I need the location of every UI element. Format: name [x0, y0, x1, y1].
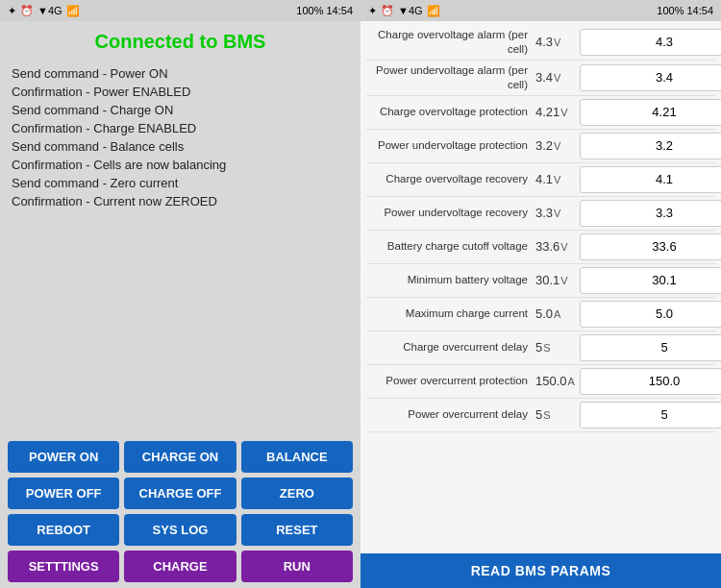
param-input-6[interactable] [580, 233, 721, 260]
param-row-3: Power undervoltage protection3.2 VSET [366, 130, 715, 163]
param-unit-1: V [554, 72, 560, 84]
bluetooth-icon: ✦ [8, 5, 16, 17]
param-row-11: Power overcurrent delay5 SSET [366, 399, 715, 432]
param-row-7: Minimum battery voltage30.1 VSET [366, 264, 715, 298]
param-row-0: Charge overvoltage alarm (per cell)4.3 V… [366, 25, 715, 61]
param-value-unit-4: 4.1 V [535, 172, 576, 186]
param-value-unit-1: 3.4 V [535, 70, 576, 85]
battery-percent2: 100% [657, 5, 684, 16]
bluetooth-icon2: ✦ [368, 5, 377, 17]
param-value-unit-2: 4.21 V [535, 105, 576, 119]
param-value-unit-6: 33.6 V [535, 239, 576, 254]
right-status-icons: 100% 14:54 [296, 5, 353, 16]
log-item: Send command - Charge ON [12, 101, 349, 119]
param-unit-7: V [560, 275, 567, 286]
param-value-unit-10: 150.0 A [535, 374, 576, 388]
param-input-11[interactable] [580, 402, 721, 429]
log-area: Send command - Power ONConfirmation - Po… [0, 61, 360, 435]
param-row-10: Power overcurrent protection150.0 ASET [366, 365, 715, 399]
param-input-1[interactable] [580, 64, 721, 91]
wifi-icon: 📶 [66, 5, 80, 17]
params-list: Charge overvoltage alarm (per cell)4.3 V… [360, 21, 721, 553]
param-label-5: Power undervoltage recovery [368, 206, 532, 220]
param-current-8: 5.0 [535, 306, 553, 321]
param-value-unit-7: 30.1 V [535, 273, 576, 287]
log-item: Send command - Zero current [12, 174, 349, 192]
param-current-6: 33.6 [535, 239, 559, 254]
param-value-unit-8: 5.0 A [535, 306, 576, 321]
alarm-icon: ⏰ [20, 5, 34, 17]
battery-percent: 100% [296, 5, 323, 16]
param-unit-3: V [554, 140, 560, 152]
param-row-2: Charge overvoltage protection4.21 VSET [366, 96, 715, 130]
left-status-icons: ✦ ⏰ ▼4G 📶 [8, 5, 80, 17]
button-sys-log[interactable]: SYS LOG [124, 514, 236, 546]
param-label-7: Minimum battery voltage [368, 273, 532, 287]
wifi-icon2: 📶 [427, 5, 440, 17]
param-unit-8: A [554, 308, 560, 320]
button-charge-on[interactable]: CHARGE ON [124, 441, 236, 473]
param-value-unit-9: 5 S [535, 340, 576, 355]
param-label-4: Charge overvoltage recovery [368, 172, 532, 186]
param-label-10: Power overcurrent protection [368, 374, 532, 388]
signal-icon: ▼4G [37, 5, 62, 16]
right-panel: Charge overvoltage alarm (per cell)4.3 V… [360, 0, 721, 588]
param-current-5: 3.3 [535, 206, 553, 220]
param-unit-11: S [543, 409, 550, 421]
param-unit-9: S [543, 342, 550, 354]
param-row-6: Battery charge cutoff voltage33.6 VSET [366, 231, 715, 264]
button-reset[interactable]: RESET [241, 514, 353, 546]
alarm-icon2: ⏰ [381, 5, 394, 17]
button-reboot[interactable]: REBOOT [8, 514, 119, 546]
param-input-2[interactable] [580, 99, 721, 126]
right-status-right: 100% 14:54 [657, 5, 713, 16]
param-unit-4: V [554, 174, 560, 185]
param-current-2: 4.21 [535, 105, 559, 119]
param-input-9[interactable] [580, 334, 721, 361]
connected-title: Connected to BMS [0, 21, 360, 61]
log-item: Confirmation - Charge ENABLED [12, 119, 349, 137]
param-label-11: Power overcurrent delay [368, 407, 532, 422]
param-input-8[interactable] [580, 301, 721, 328]
log-item: Confirmation - Cells are now balancing [12, 156, 349, 174]
log-item: Send command - Power ON [12, 64, 349, 83]
param-row-8: Maximum charge current5.0 ASET [366, 298, 715, 331]
param-input-0[interactable] [580, 29, 721, 56]
button-balance[interactable]: BALANCE [241, 441, 353, 473]
param-row-4: Charge overvoltage recovery4.1 VSET [366, 163, 715, 197]
param-input-5[interactable] [580, 200, 721, 227]
param-input-10[interactable] [580, 368, 721, 395]
param-label-0: Charge overvoltage alarm (per cell) [368, 28, 532, 57]
param-label-9: Charge overcurrent delay [368, 340, 532, 355]
right-status-icons-left: ✦ ⏰ ▼4G 📶 [368, 5, 440, 17]
left-panel: Connected to BMS Send command - Power ON… [0, 0, 360, 588]
param-current-4: 4.1 [535, 172, 553, 186]
button-grid: POWER ONCHARGE ONBALANCEPOWER OFFCHARGE … [0, 435, 360, 588]
param-value-unit-3: 3.2 V [535, 138, 576, 153]
param-value-unit-11: 5 S [535, 407, 576, 422]
param-input-3[interactable] [580, 133, 721, 159]
button-setttings[interactable]: SETTTINGS [8, 551, 119, 582]
param-input-4[interactable] [580, 166, 721, 193]
param-unit-0: V [554, 37, 560, 48]
param-label-6: Battery charge cutoff voltage [368, 239, 532, 254]
button-charge[interactable]: CHARGE [124, 551, 236, 582]
button-charge-off[interactable]: CHARGE OFF [124, 478, 236, 509]
param-current-0: 4.3 [535, 35, 553, 49]
param-unit-2: V [560, 107, 567, 118]
button-run[interactable]: RUN [241, 551, 353, 582]
read-bms-button[interactable]: READ BMS PARAMS [360, 553, 721, 588]
param-input-7[interactable] [580, 267, 721, 294]
right-status-bar: ✦ ⏰ ▼4G 📶 100% 14:54 [360, 0, 721, 21]
param-label-3: Power undervoltage protection [368, 138, 532, 153]
button-power-off[interactable]: POWER OFF [8, 478, 119, 509]
param-label-8: Maximum charge current [368, 306, 532, 321]
param-unit-6: V [560, 241, 567, 253]
param-current-1: 3.4 [535, 70, 553, 85]
button-power-on[interactable]: POWER ON [8, 441, 119, 473]
param-current-11: 5 [535, 407, 542, 422]
time-display: 14:54 [326, 5, 353, 16]
param-current-10: 150.0 [535, 374, 567, 388]
button-zero[interactable]: ZERO [241, 478, 353, 509]
param-current-7: 30.1 [535, 273, 559, 287]
